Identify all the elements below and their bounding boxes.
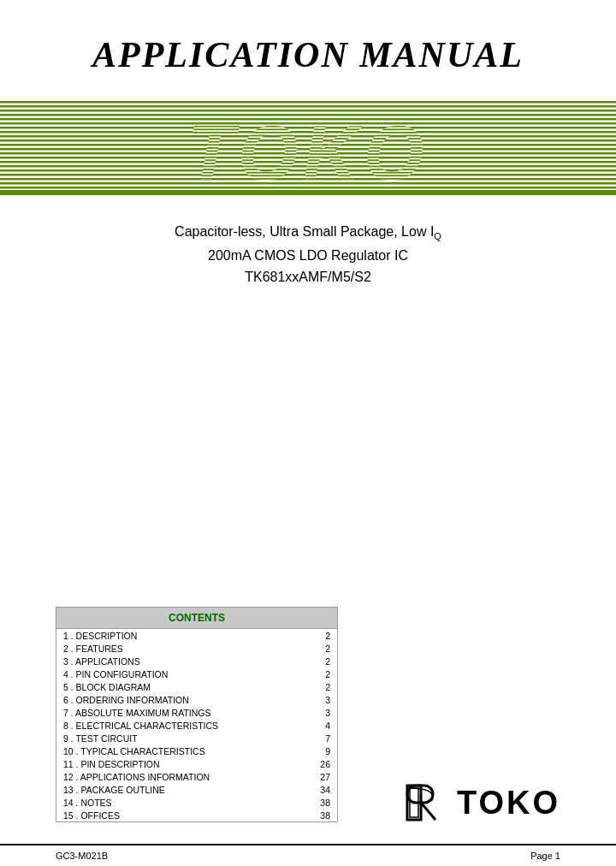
contents-row: 14 . NOTES38 — [56, 796, 338, 809]
svg-rect-37 — [0, 138, 616, 139]
svg-rect-48 — [0, 172, 616, 174]
toko-banner: TOKO TOKO — [0, 101, 616, 195]
contents-table: CONTENTS 1 . DESCRIPTION22 . FEATURES23 … — [56, 607, 338, 822]
contents-item-name: 10 . TYPICAL CHARACTERISTICS — [56, 744, 303, 757]
contents-item-name: 7 . ABSOLUTE MAXIMUM RATINGS — [56, 706, 303, 719]
contents-row: 7 . ABSOLUTE MAXIMUM RATINGS3 — [56, 706, 338, 719]
contents-item-page: 4 — [302, 719, 337, 732]
contents-item-page: 38 — [302, 809, 337, 822]
contents-row: 5 . BLOCK DIAGRAM2 — [56, 680, 338, 693]
contents-item-page: 3 — [302, 706, 337, 719]
contents-item-name: 12 . APPLICATIONS INFORMATION — [56, 770, 303, 783]
contents-row: 3 . APPLICATIONS2 — [56, 655, 338, 667]
svg-line-59 — [421, 803, 435, 820]
contents-header: CONTENTS — [56, 608, 338, 629]
contents-row: 15 . OFFICES38 — [56, 809, 338, 822]
product-line3: TK681xxAMF/M5/S2 — [17, 266, 599, 288]
contents-item-page: 2 — [302, 680, 337, 693]
contents-row: 9 . TEST CIRCUIT7 — [56, 732, 338, 744]
toko-logo-icon — [406, 784, 453, 822]
svg-rect-41 — [0, 151, 616, 152]
contents-item-name: 6 . ORDERING INFORMATION — [56, 693, 303, 706]
contents-item-page: 9 — [302, 744, 337, 757]
contents-row: 10 . TYPICAL CHARACTERISTICS9 — [56, 744, 338, 757]
page-label: Page 1 — [530, 851, 560, 861]
contents-item-name: 2 . FEATURES — [56, 642, 303, 655]
contents-item-page: 38 — [302, 796, 337, 809]
svg-rect-34 — [0, 128, 616, 130]
contents-row: 12 . APPLICATIONS INFORMATION27 — [56, 770, 338, 783]
contents-item-page: 2 — [302, 629, 337, 643]
toko-logo-bottom: TOKO — [406, 784, 560, 822]
contents-item-name: 9 . TEST CIRCUIT — [56, 732, 303, 744]
contents-item-name: 4 . PIN CONFIGURATION — [56, 667, 303, 680]
contents-item-page: 2 — [302, 642, 337, 655]
svg-rect-44 — [0, 159, 616, 161]
contents-row: 11 . PIN DESCRIPTION26 — [56, 757, 338, 770]
contents-item-name: 8 . ELECTRICAL CHARACTERISTICS — [56, 719, 303, 732]
page: APPLICATION MANUAL — [0, 0, 616, 866]
contents-item-name: 11 . PIN DESCRIPTION — [56, 757, 303, 770]
product-description: Capacitor-less, Ultra Small Package, Low… — [0, 204, 616, 297]
contents-row: 13 . PACKAGE OUTLINE34 — [56, 783, 338, 796]
contents-row: 2 . FEATURES2 — [56, 642, 338, 655]
contents-row: 8 . ELECTRICAL CHARACTERISTICS4 — [56, 719, 338, 732]
contents-item-page: 26 — [302, 757, 337, 770]
contents-item-page: 2 — [302, 667, 337, 680]
contents-item-page: 27 — [302, 770, 337, 783]
title-section: APPLICATION MANUAL — [0, 0, 616, 92]
product-line2: 200mA CMOS LDO Regulator IC — [17, 245, 599, 267]
contents-section: CONTENTS 1 . DESCRIPTION22 . FEATURES23 … — [56, 607, 338, 822]
product-line1: Capacitor-less, Ultra Small Package, Low… — [17, 221, 599, 245]
contents-item-name: 13 . PACKAGE OUTLINE — [56, 783, 303, 796]
contents-item-name: 15 . OFFICES — [56, 809, 303, 822]
toko-logo-text: TOKO — [457, 785, 560, 822]
contents-item-page: 34 — [302, 783, 337, 796]
contents-item-page: 7 — [302, 732, 337, 744]
contents-item-name: 3 . APPLICATIONS — [56, 655, 303, 667]
toko-banner-svg: TOKO TOKO — [0, 101, 616, 195]
contents-item-page: 3 — [302, 693, 337, 706]
contents-item-name: 5 . BLOCK DIAGRAM — [56, 680, 303, 693]
contents-item-name: 14 . NOTES — [56, 796, 303, 809]
contents-item-page: 2 — [302, 655, 337, 667]
footer: GC3-M021B Page 1 — [0, 844, 616, 866]
svg-rect-56 — [0, 190, 616, 195]
contents-row: 1 . DESCRIPTION2 — [56, 629, 338, 643]
main-title: APPLICATION MANUAL — [17, 34, 599, 75]
contents-row: 4 . PIN CONFIGURATION2 — [56, 667, 338, 680]
svg-rect-30 — [0, 116, 616, 118]
contents-item-name: 1 . DESCRIPTION — [56, 629, 303, 643]
contents-row: 6 . ORDERING INFORMATION3 — [56, 693, 338, 706]
doc-number: GC3-M021B — [56, 851, 108, 861]
